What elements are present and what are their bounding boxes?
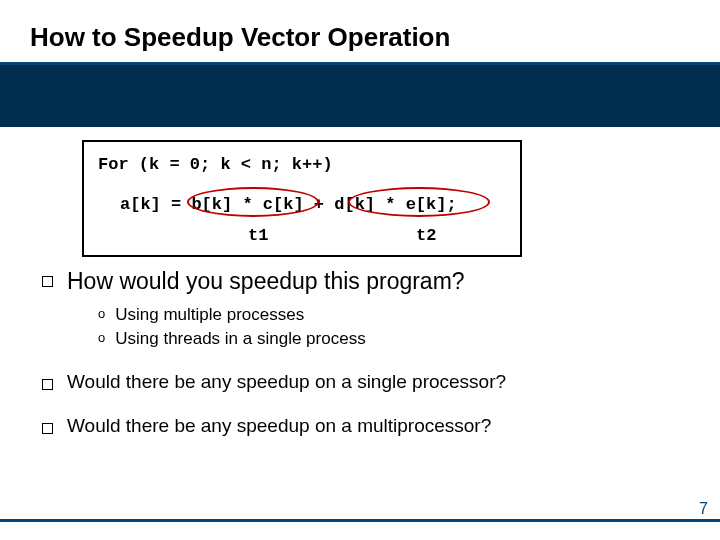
header-band <box>0 65 720 127</box>
question-1: How would you speedup this program? <box>67 268 465 295</box>
bullet-list: How would you speedup this program? o Us… <box>42 268 682 437</box>
slide-title: How to Speedup Vector Operation <box>30 22 450 53</box>
code-line-1: For (k = 0; k < n; k++) <box>98 152 506 178</box>
sub-bullet-list: o Using multiple processes o Using threa… <box>98 305 682 349</box>
bullet-item-3: Would there be any speedup on a multipro… <box>42 415 682 437</box>
label-t1: t1 <box>248 223 268 249</box>
question-2: Would there be any speedup on a single p… <box>67 371 506 393</box>
circle-bullet-icon: o <box>98 306 105 321</box>
footer-line <box>0 519 720 522</box>
circle-bullet-icon: o <box>98 330 105 345</box>
sub-bullet-item: o Using threads in a single process <box>98 329 682 349</box>
bullet-item-2: Would there be any speedup on a single p… <box>42 371 682 393</box>
sub-bullet-item: o Using multiple processes <box>98 305 682 325</box>
square-bullet-icon <box>42 423 53 434</box>
slide: How to Speedup Vector Operation For (k =… <box>0 0 720 540</box>
code-box: For (k = 0; k < n; k++) a[k] = b[k] * c[… <box>82 140 522 257</box>
question-3: Would there be any speedup on a multipro… <box>67 415 491 437</box>
code-line-2: a[k] = b[k] * c[k] + d[k] * e[k]; <box>120 192 506 218</box>
square-bullet-icon <box>42 379 53 390</box>
bullet-item-1: How would you speedup this program? <box>42 268 682 295</box>
sub-option-2: Using threads in a single process <box>115 329 365 349</box>
label-t2: t2 <box>416 223 436 249</box>
sub-option-1: Using multiple processes <box>115 305 304 325</box>
page-number: 7 <box>699 500 708 518</box>
code-expression: a[k] = b[k] * c[k] + d[k] * e[k]; <box>120 195 457 214</box>
square-bullet-icon <box>42 276 53 287</box>
